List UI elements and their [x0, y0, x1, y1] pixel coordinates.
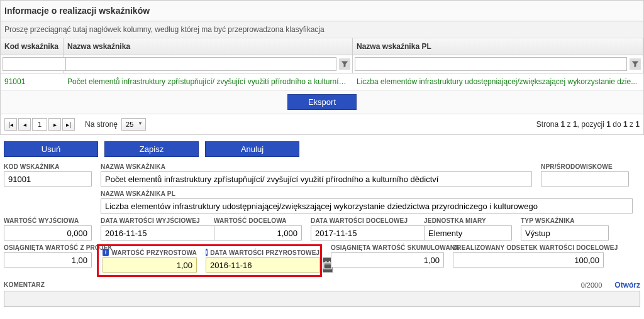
- osiag-proj-input[interactable]: [4, 252, 92, 268]
- highlighted-fields: ! WARTOŚĆ PRZYROSTOWA ! DATA WARTOŚCI PR…: [97, 244, 322, 277]
- wart-doc-label: WARTOŚĆ DOCELOWA: [214, 217, 302, 224]
- indicators-panel: Informacje o realizacji wskaźników Prosz…: [0, 0, 644, 135]
- nazwa-input[interactable]: [101, 171, 532, 187]
- col-header-nazwa[interactable]: Nazwa wskaźnika: [64, 38, 353, 55]
- delete-button[interactable]: Usuń: [4, 141, 98, 157]
- pager-status: Strona 1 z 1, pozycji 1 do 1 z 1: [536, 120, 640, 129]
- col-header-kod[interactable]: Kod wskaźnika: [1, 38, 64, 55]
- data-wyj-label: DATA WARTOŚCI WYJŚCIOWEJ: [101, 217, 205, 224]
- grid-filter-row: [1, 55, 643, 73]
- zreal-label: ZREALIZOWANY ODSETEK WARTOŚCI DOCELOWEJ: [453, 244, 604, 251]
- pager-first-button[interactable]: |◂: [4, 118, 17, 131]
- kod-input[interactable]: [4, 171, 92, 187]
- data-przyr-label: DATA WARTOŚCI PRZYROSTOWEJ: [210, 249, 319, 256]
- export-row: Eksport: [1, 90, 643, 114]
- save-button[interactable]: Zapisz: [104, 141, 199, 157]
- komentarz-counter: 0/2000: [581, 281, 602, 289]
- action-button-row: Usuń Zapisz Anuluj: [0, 135, 644, 163]
- osiag-skum-input[interactable]: [331, 252, 444, 268]
- data-wyj-input[interactable]: [101, 225, 215, 241]
- required-icon: !: [206, 249, 208, 256]
- group-drag-hint[interactable]: Proszę przeciągnąć tutaj nagłówek kolumn…: [1, 21, 643, 38]
- required-icon: !: [103, 249, 109, 256]
- svg-rect-11: [329, 261, 330, 263]
- pager-prev-button[interactable]: ◂: [18, 118, 31, 131]
- data-doc-label: DATA WARTOŚCI DOCELOWEJ: [311, 217, 415, 224]
- svg-rect-10: [326, 261, 327, 263]
- wart-przyr-input[interactable]: [103, 257, 197, 273]
- data-doc-input[interactable]: [311, 225, 425, 241]
- nazwa-pl-label: NAZWA WSKAŹNIKA PL: [101, 190, 633, 197]
- cell-kod: 91001: [1, 77, 64, 86]
- open-link[interactable]: Otwórz: [614, 281, 640, 289]
- osiag-proj-label: OSIĄGNIĘTA WARTOŚĆ Z PROJEK: [4, 244, 92, 251]
- osiag-skum-label: OSIĄGNIĘTA WARTOŚĆ SKUMULOWANA: [331, 244, 444, 251]
- npr-input[interactable]: [541, 171, 629, 187]
- komentarz-label: KOMENTARZ: [4, 281, 45, 288]
- pager-row: |◂ ◂ ▸ ▸| Na stronę 25 Strona 1 z 1, poz…: [1, 114, 643, 134]
- per-page-select[interactable]: 25: [121, 118, 146, 131]
- nazwa-pl-input[interactable]: [101, 198, 633, 214]
- pager-last-button[interactable]: ▸|: [62, 118, 75, 131]
- typ-label: TYP WSKAŹNIKA: [521, 217, 609, 224]
- wart-doc-input[interactable]: [214, 225, 302, 241]
- cell-nazwa: Počet elementů infrastruktury zpřístupňu…: [64, 77, 353, 86]
- kod-label: KOD WSKAŹNIKA: [4, 163, 92, 170]
- filter-icon[interactable]: [339, 58, 350, 70]
- pager-next-button[interactable]: ▸: [48, 118, 61, 131]
- jednostka-label: JEDNOSTKA MIARY: [424, 217, 512, 224]
- jednostka-input[interactable]: [424, 225, 512, 241]
- komentarz-input[interactable]: [4, 291, 640, 307]
- grid-header-row: Kod wskaźnika Nazwa wskaźnika Nazwa wska…: [1, 38, 643, 55]
- filter-icon[interactable]: [630, 58, 641, 70]
- table-row[interactable]: 91001 Počet elementů infrastruktury zpří…: [1, 73, 643, 90]
- cancel-button[interactable]: Anuluj: [205, 141, 299, 157]
- wart-wyj-label: WARTOŚĆ WYJŚCIOWA: [4, 217, 92, 224]
- filter-input-nazwa[interactable]: [65, 57, 336, 71]
- wart-przyr-label: WARTOŚĆ PRZYROSTOWA: [111, 249, 197, 256]
- cell-nazwa-pl: Liczba elementów infrastruktury udostępn…: [353, 77, 643, 86]
- col-header-nazwa-pl[interactable]: Nazwa wskaźnika PL: [353, 38, 643, 55]
- per-page-label: Na stronę: [85, 120, 118, 129]
- form-area: KOD WSKAŹNIKA NAZWA WSKAŹNIKA NPR/ŚRODOW…: [0, 163, 644, 311]
- export-button[interactable]: Eksport: [287, 94, 357, 110]
- filter-input-nazwa-pl[interactable]: [355, 57, 627, 71]
- nazwa-label: NAZWA WSKAŹNIKA: [101, 163, 532, 170]
- data-przyr-input[interactable]: [206, 257, 320, 273]
- wart-wyj-input[interactable]: [4, 225, 92, 241]
- panel-title: Informacje o realizacji wskaźników: [1, 1, 643, 21]
- zreal-input[interactable]: [453, 252, 604, 268]
- pager-page-input[interactable]: [32, 118, 47, 131]
- typ-input[interactable]: [521, 225, 609, 241]
- npr-label: NPR/ŚRODOWISKOWE: [541, 163, 629, 170]
